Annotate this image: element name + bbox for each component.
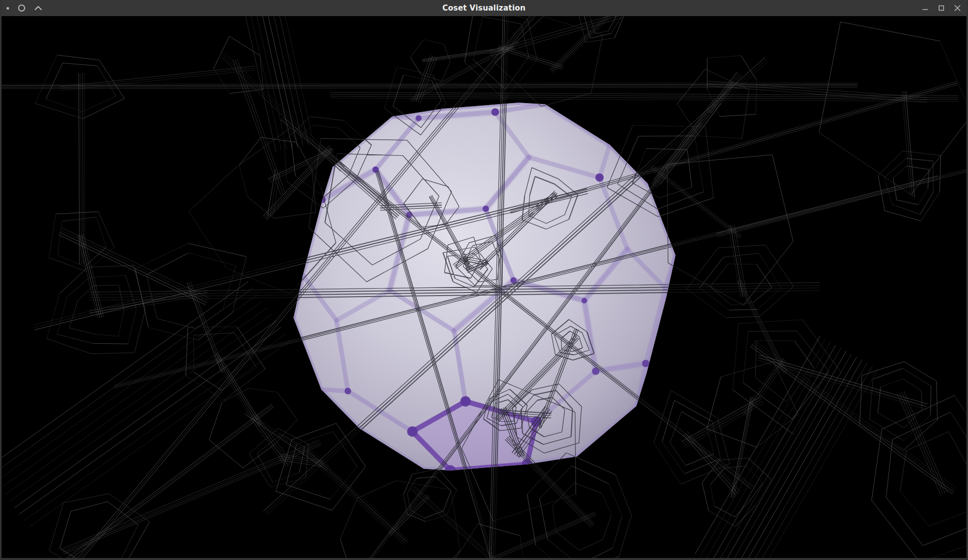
titlebar: Coset Visualization	[0, 0, 968, 16]
circle-icon[interactable]	[18, 5, 25, 12]
titlebar-left-icons	[0, 5, 42, 12]
window-title: Coset Visualization	[0, 4, 968, 13]
app-window: Coset Visualization	[0, 0, 968, 560]
maximize-button[interactable]	[936, 3, 947, 14]
render-canvas	[2, 16, 966, 558]
dot-icon[interactable]	[7, 7, 9, 10]
chevron-up-icon[interactable]	[34, 6, 42, 11]
scene-viewport[interactable]	[2, 16, 966, 558]
minimize-button[interactable]	[920, 3, 931, 14]
close-button[interactable]	[952, 3, 963, 14]
window-controls	[920, 3, 968, 14]
